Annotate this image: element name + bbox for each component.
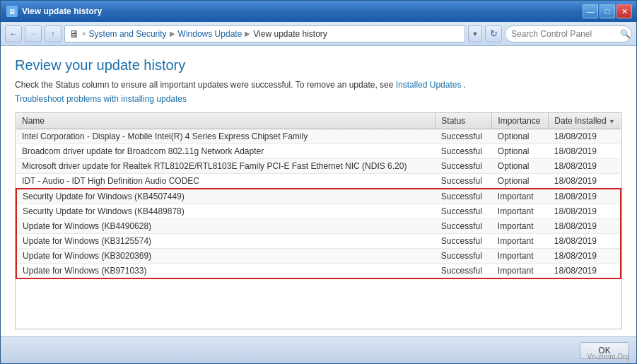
row-status: Successful xyxy=(436,233,492,248)
address-dropdown[interactable]: ▼ xyxy=(468,25,482,42)
breadcrumb-current: View update history xyxy=(253,29,327,39)
row-importance: Optional xyxy=(492,143,549,158)
row-importance: Optional xyxy=(492,173,549,189)
search-icon[interactable]: 🔍 xyxy=(620,29,631,39)
row-date: 18/08/2019 xyxy=(549,263,621,278)
row-importance: Important xyxy=(492,248,549,263)
row-status: Successful xyxy=(436,248,492,263)
row-name: Update for Windows (KB3125574) xyxy=(16,233,436,248)
breadcrumb-system-security[interactable]: System and Security xyxy=(89,29,167,39)
title-bar: 🖥 View update history — □ ✕ xyxy=(1,1,636,22)
table-row[interactable]: Update for Windows (KB971033) Successful… xyxy=(16,263,621,278)
row-name: Security Update for Windows (KB4489878) xyxy=(16,204,436,218)
troubleshoot-link[interactable]: Troubleshoot problems with installing up… xyxy=(15,94,622,104)
row-name: Intel Corporation - Display - Mobile Int… xyxy=(16,129,436,143)
row-status: Successful xyxy=(436,218,492,233)
row-status: Successful xyxy=(436,204,492,218)
row-name: Microsoft driver update for Realtek RTL8… xyxy=(16,158,436,173)
row-date: 18/08/2019 xyxy=(549,218,621,233)
row-importance: Optional xyxy=(492,129,549,143)
sort-indicator: ▼ xyxy=(609,118,615,125)
back-button[interactable]: ← xyxy=(5,25,22,42)
table-header: Name Status Importance Date Installed ▼ xyxy=(16,113,621,129)
breadcrumb: 🖥 « System and Security ▶ Windows Update… xyxy=(64,25,465,42)
row-importance: Important xyxy=(492,233,549,248)
row-name: IDT - Audio - IDT High Definition Audio … xyxy=(16,173,436,189)
row-status: Successful xyxy=(436,129,492,143)
main-content: Review your update history Check the Sta… xyxy=(1,46,636,363)
window-title: View update history xyxy=(22,6,102,16)
row-importance: Important xyxy=(492,263,549,278)
col-importance[interactable]: Importance xyxy=(492,113,549,129)
bottom-bar: OK Vn-zoom.Org xyxy=(1,336,636,363)
row-importance: Important xyxy=(492,204,549,218)
row-importance: Important xyxy=(492,189,549,204)
row-name: Update for Windows (KB4490628) xyxy=(16,218,436,233)
description: Check the Status column to ensure all im… xyxy=(15,79,622,91)
row-date: 18/08/2019 xyxy=(549,173,621,189)
title-bar-left: 🖥 View update history xyxy=(6,6,102,17)
page-title: Review your update history xyxy=(15,57,622,74)
table-row[interactable]: IDT - Audio - IDT High Definition Audio … xyxy=(16,173,621,189)
installed-updates-link[interactable]: Installed Updates xyxy=(396,80,462,90)
breadcrumb-icon: 🖥 xyxy=(69,28,79,40)
row-status: Successful xyxy=(436,158,492,173)
main-window: 🖥 View update history — □ ✕ ← → ↑ 🖥 « Sy… xyxy=(0,0,637,364)
up-button[interactable]: ↑ xyxy=(45,25,62,42)
table-row[interactable]: Update for Windows (KB3020369) Successfu… xyxy=(16,248,621,263)
title-bar-controls: — □ ✕ xyxy=(583,4,632,18)
forward-button[interactable]: → xyxy=(25,25,42,42)
breadcrumb-windows-update[interactable]: Windows Update xyxy=(178,29,242,39)
row-date: 18/08/2019 xyxy=(549,158,621,173)
minimize-button[interactable]: — xyxy=(583,4,598,18)
search-input[interactable] xyxy=(511,29,617,39)
col-status[interactable]: Status xyxy=(436,113,492,129)
update-table[interactable]: Name Status Importance Date Installed ▼ xyxy=(15,112,622,329)
row-status: Successful xyxy=(436,143,492,158)
close-button[interactable]: ✕ xyxy=(616,4,632,18)
table-row[interactable]: Microsoft driver update for Realtek RTL8… xyxy=(16,158,621,173)
row-date: 18/08/2019 xyxy=(549,204,621,218)
row-date: 18/08/2019 xyxy=(549,129,621,143)
description-end: . xyxy=(464,80,466,90)
description-text: Check the Status column to ensure all im… xyxy=(15,80,396,90)
row-status: Successful xyxy=(436,263,492,278)
search-box: 🔍 xyxy=(505,25,632,42)
address-bar: ← → ↑ 🖥 « System and Security ▶ Windows … xyxy=(1,22,636,46)
table-row[interactable]: Broadcom driver update for Broadcom 802.… xyxy=(16,143,621,158)
col-name[interactable]: Name xyxy=(16,113,436,129)
row-name: Broadcom driver update for Broadcom 802.… xyxy=(16,143,436,158)
row-name: Update for Windows (KB3020369) xyxy=(16,248,436,263)
row-date: 18/08/2019 xyxy=(549,248,621,263)
row-importance: Important xyxy=(492,218,549,233)
row-name: Security Update for Windows (KB4507449) xyxy=(16,189,436,204)
watermark: Vn-zoom.Org xyxy=(588,353,629,360)
window-icon: 🖥 xyxy=(6,6,18,17)
row-importance: Optional xyxy=(492,158,549,173)
col-date[interactable]: Date Installed ▼ xyxy=(549,113,621,129)
table-row[interactable]: Security Update for Windows (KB4507449) … xyxy=(16,189,621,204)
table-row[interactable]: Update for Windows (KB4490628) Successfu… xyxy=(16,218,621,233)
row-date: 18/08/2019 xyxy=(549,143,621,158)
content-area: Review your update history Check the Sta… xyxy=(1,46,636,336)
row-status: Successful xyxy=(436,189,492,204)
row-date: 18/08/2019 xyxy=(549,189,621,204)
table-row[interactable]: Update for Windows (KB3125574) Successfu… xyxy=(16,233,621,248)
row-status: Successful xyxy=(436,173,492,189)
row-date: 18/08/2019 xyxy=(549,233,621,248)
maximize-button[interactable]: □ xyxy=(600,4,615,18)
table-row[interactable]: Security Update for Windows (KB4489878) … xyxy=(16,204,621,218)
row-name: Update for Windows (KB971033) xyxy=(16,263,436,278)
table-row[interactable]: Intel Corporation - Display - Mobile Int… xyxy=(16,129,621,143)
refresh-button[interactable]: ↻ xyxy=(485,25,502,42)
